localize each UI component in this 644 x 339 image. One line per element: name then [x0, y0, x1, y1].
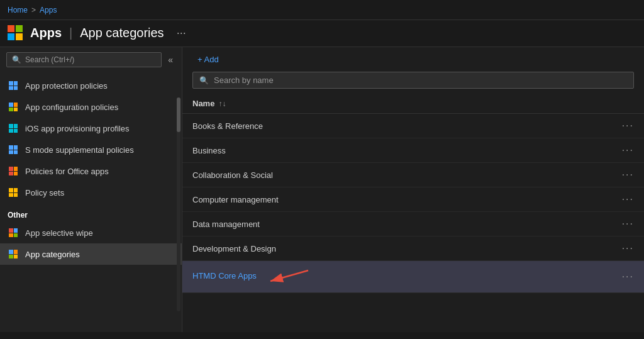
svg-line-1	[270, 270, 308, 281]
sidebar-item-label: S mode supplemental policies	[25, 145, 134, 155]
col-header-actions	[606, 94, 644, 114]
breadcrumb-bar: Home > Apps	[0, 0, 644, 20]
other-section-label: Other	[0, 203, 182, 222]
table-header-row: Name ↑↓	[182, 94, 644, 114]
sidebar-item-app-selective-wipe[interactable]: App selective wipe	[0, 222, 182, 243]
main-layout: 🔍 Search (Ctrl+/) « App	[0, 47, 644, 332]
cell-row-actions[interactable]: ···	[606, 114, 644, 138]
sidebar-item-label: Policies for Office apps	[25, 167, 109, 176]
header-more-button[interactable]: ···	[177, 26, 186, 40]
sidebar: 🔍 Search (Ctrl+/) « App	[0, 47, 182, 332]
add-button[interactable]: + Add	[192, 52, 224, 67]
sidebar-item-ios-provisioning[interactable]: iOS app provisioning profiles	[0, 118, 182, 139]
breadcrumb-separator: >	[31, 6, 36, 14]
sidebar-scrolltrack	[177, 97, 180, 311]
cell-category-name: Collaboration & Social	[182, 163, 606, 187]
table-row[interactable]: Business···	[182, 138, 644, 163]
sidebar-search-icon: 🔍	[12, 55, 21, 64]
sidebar-item-app-configuration-policies[interactable]: App configuration policies	[0, 96, 182, 118]
cell-category-name: Data management	[182, 212, 606, 236]
red-arrow-annotation	[264, 267, 314, 286]
cell-category-name: Development & Design	[182, 236, 606, 261]
cell-category-name: HTMD Core Apps	[182, 261, 606, 293]
content-area: + Add 🔍 Search by name Name ↑↓	[182, 47, 644, 332]
app-config-icon	[8, 101, 19, 113]
cell-row-actions[interactable]: ···	[606, 187, 644, 212]
sidebar-inner: App protection policies App configuratio…	[0, 72, 182, 332]
sidebar-search-box[interactable]: 🔍 Search (Ctrl+/)	[6, 52, 162, 67]
cell-category-name: Business	[182, 138, 606, 163]
sidebar-collapse-button[interactable]: «	[165, 53, 175, 66]
policy-sets-icon	[8, 187, 19, 198]
sidebar-scrollthumb[interactable]	[177, 97, 180, 132]
sidebar-search-container: 🔍 Search (Ctrl+/) «	[0, 47, 182, 72]
categories-table: Name ↑↓ Books & Reference···Business···C…	[182, 94, 644, 293]
sidebar-item-label: Policy sets	[25, 188, 64, 197]
page-header: Apps | App categories ···	[0, 20, 644, 47]
table-row[interactable]: Collaboration & Social···	[182, 163, 644, 187]
sidebar-item-label: iOS app provisioning profiles	[25, 124, 129, 133]
sidebar-item-label: App protection policies	[25, 81, 108, 91]
category-name-text: HTMD Core Apps	[192, 271, 257, 281]
ios-provisioning-icon	[8, 123, 19, 134]
cell-category-name: Computer management	[182, 187, 606, 212]
content-toolbar: + Add	[182, 47, 644, 72]
sidebar-item-s-mode[interactable]: S mode supplemental policies	[0, 139, 182, 160]
categories-table-container: Name ↑↓ Books & Reference···Business···C…	[182, 94, 644, 332]
page-title-categories: App categories	[80, 26, 164, 40]
sidebar-nav: App protection policies App configuratio…	[0, 72, 182, 332]
cell-row-actions[interactable]: ···	[606, 212, 644, 236]
breadcrumb-home[interactable]: Home	[8, 6, 28, 14]
sidebar-item-office-policies[interactable]: Policies for Office apps	[0, 160, 182, 182]
office-policies-icon	[8, 165, 19, 177]
table-row[interactable]: Computer management···	[182, 187, 644, 212]
cell-row-actions[interactable]: ···	[606, 261, 644, 293]
cell-category-name: Books & Reference	[182, 114, 606, 138]
content-search-placeholder: Search by name	[214, 75, 274, 85]
sidebar-item-label: App configuration policies	[25, 103, 118, 112]
selective-wipe-icon	[8, 227, 19, 238]
table-row[interactable]: Books & Reference···	[182, 114, 644, 138]
s-mode-icon	[8, 144, 19, 155]
sort-icon[interactable]: ↑↓	[218, 99, 226, 108]
page-title-apps: Apps	[30, 26, 62, 40]
sidebar-search-placeholder: Search (Ctrl+/)	[25, 55, 74, 64]
breadcrumb-apps[interactable]: Apps	[40, 6, 57, 14]
cell-row-actions[interactable]: ···	[606, 138, 644, 163]
sidebar-item-label: App selective wipe	[25, 228, 93, 238]
content-search-icon: 🔍	[199, 76, 209, 85]
sidebar-item-app-categories[interactable]: App categories	[0, 243, 182, 265]
table-row[interactable]: Data management···	[182, 212, 644, 236]
sidebar-item-app-protection-policies[interactable]: App protection policies	[0, 75, 182, 96]
ms-logo-icon	[8, 25, 23, 40]
cell-row-actions[interactable]: ···	[606, 163, 644, 187]
header-separator: |	[69, 26, 72, 40]
col-header-name[interactable]: Name ↑↓	[182, 94, 606, 114]
table-row[interactable]: HTMD Core Apps ···	[182, 261, 644, 293]
app-protection-icon	[8, 80, 19, 91]
app-categories-icon	[8, 248, 19, 260]
sidebar-item-policy-sets[interactable]: Policy sets	[0, 182, 182, 203]
cell-row-actions[interactable]: ···	[606, 236, 644, 261]
table-row[interactable]: Development & Design···	[182, 236, 644, 261]
sidebar-item-label: App categories	[25, 250, 80, 259]
content-search-box[interactable]: 🔍 Search by name	[192, 72, 634, 89]
